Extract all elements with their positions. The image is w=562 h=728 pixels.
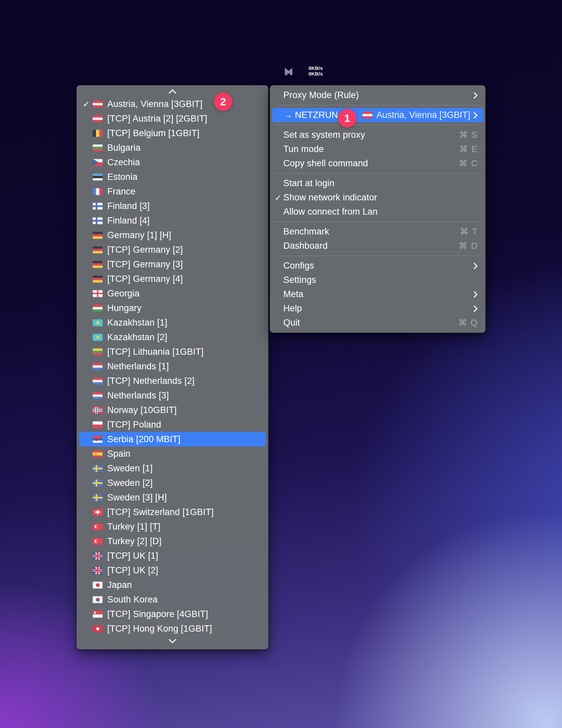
server-item[interactable]: ✓[TCP] Poland [77, 417, 268, 432]
menu-item[interactable]: ✓Set as system proxy⌘ S [270, 128, 485, 142]
server-item[interactable]: ✓Serbia [200 MBIT] [79, 432, 266, 446]
menu-item-label: Help [283, 303, 302, 314]
annotation-badge-1: 1 [338, 109, 356, 128]
server-item[interactable]: ✓[TCP] Germany [4] [77, 272, 268, 286]
server-item[interactable]: ✓Spain [77, 446, 268, 461]
server-item-label: [TCP] UK [2] [107, 565, 158, 576]
server-item[interactable]: ✓Kazakhstan [1] [77, 315, 268, 330]
menu-item[interactable]: ✓Quit⌘ Q [270, 316, 485, 330]
menu-item[interactable]: ✓Allow connect from Lan [270, 205, 485, 219]
server-item-label: Estonia [107, 172, 137, 182]
menu-item[interactable]: ✓Benchmark⌘ T [270, 225, 485, 239]
server-item-label: [TCP] Germany [2] [107, 245, 183, 255]
turkey-flag-icon [93, 523, 103, 530]
menu-item[interactable]: ✓Dashboard⌘ D [270, 239, 485, 253]
server-item-label: [TCP] Singapore [4GBIT] [107, 609, 208, 619]
server-item[interactable]: ✓[TCP] UK [2] [77, 563, 268, 578]
server-item[interactable]: ✓[TCP] Lithuania [1GBIT] [77, 344, 268, 359]
server-item-label: Austria, Vienna [3GBIT] [107, 99, 203, 109]
server-item[interactable]: ✓[TCP] Germany [3] [77, 257, 268, 272]
server-item[interactable]: ✓Georgia [77, 286, 268, 301]
server-item-label: Sweden [1] [107, 463, 153, 474]
server-item[interactable]: ✓Czechia [77, 155, 268, 170]
server-item-label: [TCP] Switzerland [1GBIT] [107, 507, 214, 517]
server-item-label: Netherlands [1] [107, 361, 169, 372]
server-item-label: [TCP] Germany [3] [107, 259, 183, 270]
main-menu-items: ✓Proxy Mode (Rule)✓→ NETZRUNAustria, Vie… [270, 88, 485, 330]
server-item[interactable]: ✓[TCP] Germany [2] [77, 242, 268, 257]
server-item[interactable]: ✓[TCP] Netherlands [2] [77, 374, 268, 388]
uk-flag-icon [93, 567, 103, 574]
austria-flag-icon [93, 101, 103, 108]
menu-item-label: Proxy Mode (Rule) [283, 90, 359, 100]
server-item[interactable]: ✓[TCP] Austria [2] [2GBIT] [77, 111, 268, 126]
server-item-label: Hungary [107, 303, 141, 313]
menu-item[interactable]: ✓Copy shell command⌘ C [270, 156, 485, 171]
menu-item-label: Dashboard [283, 241, 328, 251]
server-item[interactable]: ✓Germany [1] [H] [77, 228, 268, 242]
chevron-right-icon [471, 305, 478, 312]
menu-item[interactable]: ✓Meta [270, 287, 485, 301]
menu-item-label: Settings [283, 275, 316, 285]
menu-item-label: Tun mode [283, 144, 324, 154]
server-item-label: Bulgaria [107, 143, 141, 153]
sweden-flag-icon [93, 494, 103, 501]
app-logo-icon [284, 66, 293, 77]
server-item[interactable]: ✓[TCP] Belgium [1GBIT] [77, 126, 268, 140]
germany-flag-icon [93, 232, 103, 239]
menu-separator [275, 222, 480, 222]
server-item-label: Serbia [200 MBIT] [107, 434, 180, 444]
checkmark-icon: ✓ [83, 99, 93, 109]
menu-item[interactable]: ✓Configs [270, 259, 485, 273]
belgium-flag-icon [93, 130, 103, 137]
shortcut-label: ⌘ T [460, 227, 478, 237]
germany-flag-icon [93, 261, 103, 268]
austria-flag-icon [93, 115, 103, 122]
menubar-status-item[interactable]: 0KB/s 0KB/s [284, 66, 323, 77]
shortcut-label: ⌘ Q [458, 318, 478, 328]
japan-flag-icon [93, 582, 103, 589]
menu-item[interactable]: ✓Start at login [270, 176, 485, 190]
scroll-up-arrow[interactable] [77, 87, 268, 97]
server-item[interactable]: ✓Netherlands [1] [77, 359, 268, 374]
server-item[interactable]: ✓Japan [77, 578, 268, 592]
finland-flag-icon [93, 217, 103, 224]
server-item-label: [TCP] Germany [4] [107, 274, 183, 284]
kazakhstan-flag-icon [93, 319, 103, 326]
server-item[interactable]: ✓Norway [10GBIT] [77, 403, 268, 417]
server-item[interactable]: ✓Finland [4] [77, 213, 268, 228]
server-item[interactable]: ✓Bulgaria [77, 140, 268, 155]
menu-item-label: Meta [283, 289, 303, 299]
scroll-down-arrow[interactable] [77, 636, 268, 645]
menu-item-label: Configs [283, 261, 314, 271]
server-item[interactable]: ✓South Korea [77, 592, 268, 607]
menu-item[interactable]: ✓Tun mode⌘ E [270, 142, 485, 156]
server-item[interactable]: ✓Turkey [1] [T] [77, 519, 268, 534]
menu-item[interactable]: ✓Help [270, 301, 485, 316]
sweden-flag-icon [93, 480, 103, 487]
server-item[interactable]: ✓Sweden [3] [H] [77, 490, 268, 505]
menu-item-label: Show network indicator [283, 192, 377, 203]
menu-item[interactable]: ✓→ NETZRUNAustria, Vienna [3GBIT] [272, 108, 483, 122]
menu-item[interactable]: ✓Show network indicator [270, 190, 485, 205]
server-item[interactable]: ✓Sweden [2] [77, 476, 268, 490]
server-item[interactable]: ✓[TCP] UK [1] [77, 548, 268, 563]
server-item[interactable]: ✓Netherlands [3] [77, 388, 268, 403]
server-item[interactable]: ✓Turkey [2] [D] [77, 534, 268, 548]
server-item-label: Germany [1] [H] [107, 230, 172, 240]
server-item[interactable]: ✓France [77, 184, 268, 199]
server-item-label: Norway [10GBIT] [107, 405, 177, 415]
server-item[interactable]: ✓Austria, Vienna [3GBIT] [77, 97, 268, 111]
server-item[interactable]: ✓[TCP] Switzerland [1GBIT] [77, 505, 268, 519]
server-item[interactable]: ✓Hungary [77, 301, 268, 315]
server-item[interactable]: ✓Sweden [1] [77, 461, 268, 476]
server-item[interactable]: ✓Kazakhstan [2] [77, 330, 268, 344]
server-item[interactable]: ✓[TCP] Singapore [4GBIT] [77, 607, 268, 621]
menu-item[interactable]: ✓Settings [270, 273, 485, 287]
server-item[interactable]: ✓[TCP] Hong Kong [1GBIT] [77, 621, 268, 636]
menu-item[interactable]: ✓Proxy Mode (Rule) [270, 88, 485, 102]
serbia-flag-icon [93, 436, 103, 443]
server-item[interactable]: ✓Estonia [77, 170, 268, 184]
menu-item-label: Benchmark [283, 227, 329, 237]
server-item[interactable]: ✓Finland [3] [77, 199, 268, 213]
